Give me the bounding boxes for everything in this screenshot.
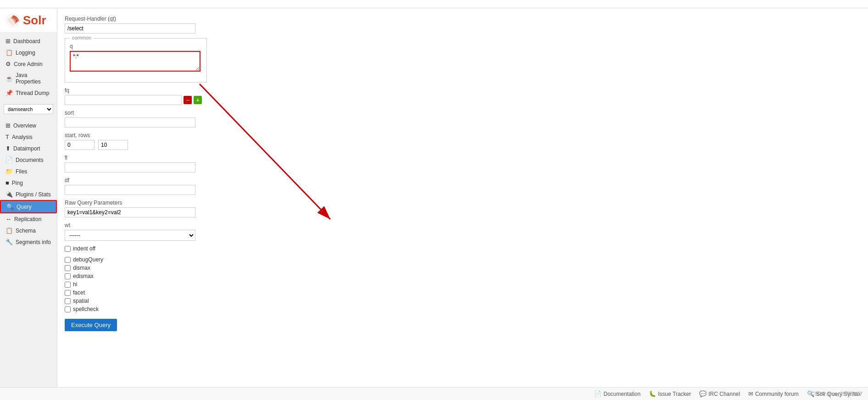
debug-query-item: debugQuery xyxy=(65,256,861,263)
nav-label-thread: Thread Dump xyxy=(16,90,49,96)
fl-input[interactable] xyxy=(65,162,195,172)
issue-tracker-link[interactable]: 🐛 Issue Tracker xyxy=(649,390,691,397)
nav-item-segments[interactable]: 🔧 Segments info xyxy=(0,236,57,248)
facet-checkbox[interactable] xyxy=(65,290,71,296)
nav-label-dashboard: Dashboard xyxy=(13,38,40,44)
q-textarea[interactable] xyxy=(70,51,200,72)
fq-label: fq xyxy=(65,87,861,94)
spatial-label: spatial xyxy=(73,298,89,304)
fq-add-button[interactable]: + xyxy=(194,96,202,104)
start-rows-row xyxy=(65,140,861,150)
nav-item-plugins[interactable]: 🔌 Plugins / Stats xyxy=(0,189,57,200)
java-icon: ☕ xyxy=(6,75,13,82)
df-label: df xyxy=(65,177,861,183)
hl-checkbox[interactable] xyxy=(65,282,71,288)
start-input[interactable] xyxy=(65,140,95,150)
nav-item-core-admin[interactable]: ⚙ Core Admin xyxy=(0,58,57,70)
segments-icon: 🔧 xyxy=(6,239,13,245)
nav-label-dataimport: Dataimport xyxy=(13,145,40,152)
solr-logo-icon xyxy=(6,13,20,28)
nav-item-thread-dump[interactable]: 📌 Thread Dump xyxy=(0,87,57,99)
core-select[interactable]: damsearch xyxy=(4,104,53,114)
nav-label-logging: Logging xyxy=(16,50,35,56)
logging-icon: 📋 xyxy=(6,49,13,56)
logo: Solr xyxy=(6,13,51,28)
indent-checkbox[interactable] xyxy=(65,246,71,252)
request-handler-input[interactable] xyxy=(65,23,195,33)
documentation-link[interactable]: 📄 Documentation xyxy=(594,390,640,397)
community-forum-link[interactable]: ✉ Community forum xyxy=(748,390,799,397)
fl-group: fl xyxy=(65,155,861,172)
dismax-label: dismax xyxy=(73,265,90,271)
nav-item-logging[interactable]: 📋 Logging xyxy=(0,47,57,58)
sort-label: sort xyxy=(65,110,861,116)
nav-item-analysis[interactable]: T Analysis xyxy=(0,131,57,143)
nav-item-documents[interactable]: 📄 Documents xyxy=(0,154,57,166)
checkbox-group: debugQuery dismax edismax hl facet xyxy=(65,256,861,312)
nav-item-query[interactable]: 🔍 Query xyxy=(0,200,57,213)
nav-item-schema[interactable]: 📋 Schema xyxy=(0,225,57,236)
files-icon: 📁 xyxy=(6,168,13,175)
nav-item-java-properties[interactable]: ☕ Java Properties xyxy=(0,70,57,87)
plugins-icon: 🔌 xyxy=(6,191,13,198)
execute-query-button[interactable]: Execute Query xyxy=(65,319,117,331)
nav-item-dataimport[interactable]: ⬆ Dataimport xyxy=(0,143,57,154)
nav-label-documents: Documents xyxy=(16,157,44,163)
ping-icon: ■ xyxy=(6,179,9,186)
nav-item-ping[interactable]: ■ Ping xyxy=(0,177,57,189)
fq-row: − + xyxy=(65,95,861,105)
fl-label: fl xyxy=(65,155,861,161)
wt-select[interactable]: ------ json xml csv python ruby php velo… xyxy=(65,230,195,241)
common-section-label: common xyxy=(70,35,94,40)
nav-item-dashboard[interactable]: ⊞ Dashboard xyxy=(0,35,57,47)
hl-label: hl xyxy=(73,281,77,288)
start-rows-label: start, rows xyxy=(65,132,861,139)
spellcheck-checkbox[interactable] xyxy=(65,306,71,312)
nav-label-analysis: Analysis xyxy=(12,134,33,140)
fq-remove-button[interactable]: − xyxy=(184,96,192,104)
logo-text: Solr xyxy=(23,13,46,28)
replication-icon: ↔ xyxy=(6,216,11,222)
wt-label: wt xyxy=(65,222,861,228)
df-group: df xyxy=(65,177,861,195)
sort-input[interactable] xyxy=(65,117,195,128)
debug-query-checkbox[interactable] xyxy=(65,257,71,263)
spellcheck-label: spellcheck xyxy=(73,306,99,312)
nav-label-replication: Replication xyxy=(14,216,41,222)
edismax-item: edismax xyxy=(65,273,861,279)
core-admin-icon: ⚙ xyxy=(6,61,11,67)
nav-label-query: Query xyxy=(17,204,32,210)
documentation-icon: 📄 xyxy=(594,390,601,397)
edismax-label: edismax xyxy=(73,273,94,279)
dashboard-icon: ⊞ xyxy=(6,38,11,44)
main-content: Request-Handler (qt) common q fq − + xyxy=(57,8,868,387)
nav-item-files[interactable]: 📁 Files xyxy=(0,166,57,177)
community-icon: ✉ xyxy=(748,390,753,397)
edismax-checkbox[interactable] xyxy=(65,273,71,279)
top-bar xyxy=(0,0,868,8)
facet-item: facet xyxy=(65,289,861,296)
watermark: CSDN @qq_29757467 xyxy=(811,391,862,396)
core-nav-section: ⊞ Overview T Analysis ⬆ Dataimport 📄 Doc… xyxy=(0,117,57,250)
dataimport-icon: ⬆ xyxy=(6,145,11,152)
sidebar: Solr ⊞ Dashboard 📋 Logging ⚙ Core Admin … xyxy=(0,8,57,387)
nav-item-replication[interactable]: ↔ Replication xyxy=(0,213,57,225)
fq-input[interactable] xyxy=(65,95,182,105)
irc-channel-link[interactable]: 💬 IRC Channel xyxy=(699,390,740,397)
community-forum-label: Community forum xyxy=(755,391,799,397)
raw-query-input[interactable] xyxy=(65,207,195,217)
nav-label-core-admin: Core Admin xyxy=(14,61,43,67)
q-group: q xyxy=(70,43,202,73)
sort-group: sort xyxy=(65,110,861,128)
core-selector[interactable]: damsearch xyxy=(4,104,53,114)
nav-label-overview: Overview xyxy=(13,122,36,129)
irc-channel-label: IRC Channel xyxy=(708,391,740,397)
debug-query-label: debugQuery xyxy=(73,256,103,263)
spatial-checkbox[interactable] xyxy=(65,298,71,304)
dismax-checkbox[interactable] xyxy=(65,265,71,271)
nav-label-segments: Segments info xyxy=(16,239,51,245)
rows-input[interactable] xyxy=(98,140,128,150)
df-input[interactable] xyxy=(65,185,195,195)
wt-group: wt ------ json xml csv python ruby php v… xyxy=(65,222,861,241)
nav-item-overview[interactable]: ⊞ Overview xyxy=(0,120,57,131)
